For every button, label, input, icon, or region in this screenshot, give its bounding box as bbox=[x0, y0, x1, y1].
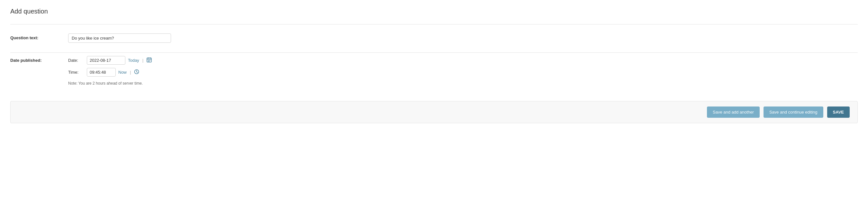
save-button[interactable]: SAVE bbox=[827, 107, 850, 118]
save-add-another-button[interactable]: Save and add another bbox=[707, 107, 760, 118]
svg-rect-5 bbox=[149, 60, 150, 60]
svg-line-11 bbox=[136, 72, 137, 73]
pipe-2: | bbox=[130, 70, 131, 75]
actions-bar: Save and add another Save and continue e… bbox=[10, 101, 858, 123]
today-button[interactable]: Today bbox=[128, 58, 139, 63]
date-sub-label: Date: bbox=[68, 58, 84, 63]
calendar-icon[interactable] bbox=[147, 57, 152, 64]
now-button[interactable]: Now bbox=[118, 70, 127, 75]
date-published-label: Date published: bbox=[10, 56, 68, 63]
date-row: Date: Today | bbox=[68, 56, 858, 65]
svg-rect-6 bbox=[150, 60, 151, 60]
page-container: Add question Question text: Date publish… bbox=[0, 0, 868, 131]
svg-rect-8 bbox=[149, 61, 150, 61]
time-row: Time: Now | bbox=[68, 68, 858, 77]
svg-rect-4 bbox=[148, 60, 149, 60]
time-sub-label: Time: bbox=[68, 70, 84, 75]
svg-rect-7 bbox=[148, 61, 149, 61]
date-input[interactable] bbox=[87, 56, 125, 65]
form-section: Question text: Date published: Date: Tod… bbox=[10, 24, 858, 94]
question-text-control bbox=[68, 33, 858, 43]
pipe-1: | bbox=[143, 58, 144, 63]
date-published-row: Date published: Date: Today | bbox=[10, 53, 858, 89]
page-title: Add question bbox=[10, 8, 858, 15]
question-text-label: Question text: bbox=[10, 33, 68, 40]
save-continue-editing-button[interactable]: Save and continue editing bbox=[764, 107, 823, 118]
question-text-input[interactable] bbox=[68, 33, 171, 43]
time-input[interactable] bbox=[87, 68, 116, 77]
server-note: Note: You are 2 hours ahead of server ti… bbox=[68, 81, 858, 86]
question-text-row: Question text: bbox=[10, 30, 858, 46]
clock-icon[interactable] bbox=[134, 69, 139, 76]
date-published-control: Date: Today | bbox=[68, 56, 858, 86]
